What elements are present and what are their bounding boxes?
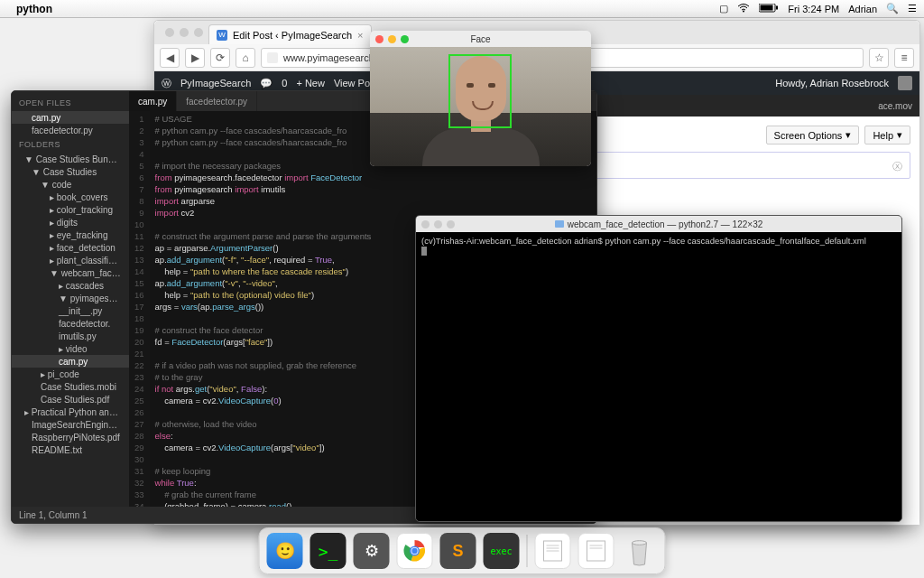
back-button[interactable]: ◀	[160, 48, 180, 68]
zoom-icon[interactable]	[401, 35, 409, 43]
status-cursor-pos: Line 1, Column 1	[19, 510, 88, 520]
sidebar-item[interactable]: Case Studies.mobi	[12, 380, 129, 393]
open-file-item[interactable]: cam.py	[12, 111, 129, 124]
terminal-window: webcam_face_detection — python2.7 — 122×…	[415, 215, 902, 522]
active-app-name[interactable]: python	[16, 3, 52, 15]
help-button[interactable]: Help▾	[864, 126, 910, 144]
sublime-sidebar: OPEN FILES cam.py facedetector.py FOLDER…	[12, 91, 129, 507]
detection-bounding-box	[448, 54, 512, 128]
browser-tab[interactable]: W Edit Post ‹ PyImageSearch ×	[208, 24, 372, 44]
sidebar-item[interactable]: imutils.py	[12, 330, 129, 342]
dock-app-exec[interactable]: exec	[484, 533, 520, 569]
sidebar-item[interactable]: ▸ Practical Python and Ope	[12, 406, 129, 418]
open-files-header: OPEN FILES	[12, 95, 129, 111]
dock-app-terminal[interactable]: >_	[310, 533, 346, 569]
face-window-title: Face	[470, 34, 490, 44]
sidebar-item[interactable]: ▼ code	[12, 178, 129, 191]
wp-site-name[interactable]: PyImageSearch	[180, 78, 251, 89]
editor-tab[interactable]: cam.py	[129, 91, 177, 111]
battery-icon[interactable]	[759, 4, 779, 14]
reload-button[interactable]: ⟳	[210, 48, 230, 68]
sidebar-item[interactable]: ▸ cascades	[12, 279, 129, 292]
close-icon[interactable]	[165, 28, 174, 37]
spotlight-icon[interactable]: 🔍	[886, 3, 899, 14]
window-controls	[160, 21, 208, 44]
sidebar-item[interactable]: ▼ webcam_face_dete	[12, 266, 129, 279]
sidebar-item[interactable]: RaspberryPiNotes.pdf	[12, 431, 129, 443]
terminal-title: webcam_face_detection — python2.7 — 122×…	[568, 219, 763, 229]
terminal-body[interactable]: (cv)Trishas-Air:webcam_face_detection ad…	[416, 232, 901, 521]
close-icon[interactable]	[375, 35, 383, 43]
sidebar-item[interactable]: ▸ book_covers	[12, 191, 129, 203]
notice-dismiss-icon[interactable]: ⓧ	[892, 160, 902, 173]
svg-point-0	[743, 10, 744, 12]
dock-app-settings[interactable]: ⚙	[354, 533, 390, 569]
macos-dock: 🙂 >_ ⚙ S exec	[259, 527, 666, 574]
dock-app-finder[interactable]: 🙂	[267, 533, 303, 569]
subbar-right: ace.mov	[878, 101, 912, 111]
wp-avatar[interactable]	[898, 76, 912, 90]
sidebar-item[interactable]: README.txt	[12, 443, 129, 456]
minimize-icon[interactable]	[434, 220, 442, 228]
screen-options-button[interactable]: Screen Options▾	[766, 126, 860, 144]
tab-close-icon[interactable]: ×	[357, 30, 363, 41]
home-button[interactable]: ⌂	[236, 48, 255, 68]
dock-preview-doc[interactable]	[535, 533, 571, 569]
sidebar-item[interactable]: ImageSearchEngineResou	[12, 418, 129, 431]
page-icon	[267, 52, 278, 63]
sidebar-item[interactable]: ▸ video	[12, 342, 129, 355]
folders-header: FOLDERS	[12, 136, 129, 153]
editor-tab[interactable]: facedetector.py	[177, 91, 257, 111]
svg-rect-12	[587, 541, 605, 561]
face-video-window: Face	[370, 31, 591, 166]
sidebar-item[interactable]: ▼ Case Studies Bundle – Pract	[12, 153, 129, 165]
dock-preview-doc[interactable]	[578, 533, 614, 569]
terminal-prompt: (cv)Trishas-Air:webcam_face_detection ad…	[421, 236, 605, 246]
close-icon[interactable]	[421, 220, 430, 228]
svg-rect-3	[776, 5, 778, 9]
sidebar-item[interactable]: ▼ Case Studies	[12, 165, 129, 178]
wp-logo-icon[interactable]: ⓦ	[162, 77, 171, 90]
menubar-clock[interactable]: Fri 3:24 PM	[788, 4, 839, 14]
wifi-icon[interactable]	[737, 4, 750, 14]
wp-comments-icon[interactable]: 💬	[260, 78, 273, 89]
dock-separator	[527, 535, 528, 567]
sidebar-item[interactable]: Case Studies.pdf	[12, 393, 129, 406]
terminal-command: python cam.py --face cascades/haarcascad…	[605, 236, 865, 246]
dock-app-chrome[interactable]	[397, 533, 433, 569]
svg-rect-2	[761, 5, 773, 10]
video-frame	[370, 47, 591, 166]
forward-button[interactable]: ▶	[185, 48, 205, 68]
wp-howdy[interactable]: Howdy, Adrian Rosebrock	[775, 78, 889, 89]
macos-menubar: python ▢ Fri 3:24 PM Adrian 🔍 ☰	[0, 0, 924, 18]
dock-app-sublime[interactable]: S	[440, 533, 476, 569]
wp-new-button[interactable]: + New	[296, 78, 325, 89]
dock-trash[interactable]	[622, 533, 658, 569]
svg-point-7	[411, 548, 417, 554]
tab-title: Edit Post ‹ PyImageSearch	[233, 30, 352, 41]
open-file-item[interactable]: facedetector.py	[12, 124, 129, 136]
sidebar-item[interactable]: ▸ digits	[12, 216, 129, 228]
terminal-cursor	[421, 247, 427, 256]
zoom-icon[interactable]	[447, 220, 455, 228]
sidebar-item[interactable]: __init__.py	[12, 304, 129, 317]
sidebar-item[interactable]: ▸ face_detection	[12, 241, 129, 254]
zoom-icon[interactable]	[194, 28, 203, 37]
svg-point-15	[633, 541, 647, 545]
folder-icon	[555, 220, 564, 228]
sidebar-item[interactable]: ▸ plant_classification	[12, 254, 129, 266]
menubar-user[interactable]: Adrian	[848, 4, 877, 14]
sidebar-item[interactable]: ▸ pi_code	[12, 368, 129, 380]
favicon-icon: W	[217, 30, 227, 41]
sidebar-item[interactable]: ▸ eye_tracking	[12, 228, 129, 241]
notification-center-icon[interactable]: ☰	[908, 3, 917, 14]
chrome-menu-button[interactable]: ≡	[894, 48, 914, 68]
sidebar-item[interactable]: cam.py	[12, 355, 129, 368]
sidebar-item[interactable]: ▼ pyimagesearch	[12, 292, 129, 304]
airplay-icon[interactable]: ▢	[719, 3, 728, 14]
sidebar-item[interactable]: ▸ color_tracking	[12, 203, 129, 216]
bookmark-button[interactable]: ☆	[869, 48, 889, 68]
sidebar-item[interactable]: facedetector.	[12, 317, 129, 330]
minimize-icon[interactable]	[180, 28, 189, 37]
minimize-icon[interactable]	[388, 35, 396, 43]
